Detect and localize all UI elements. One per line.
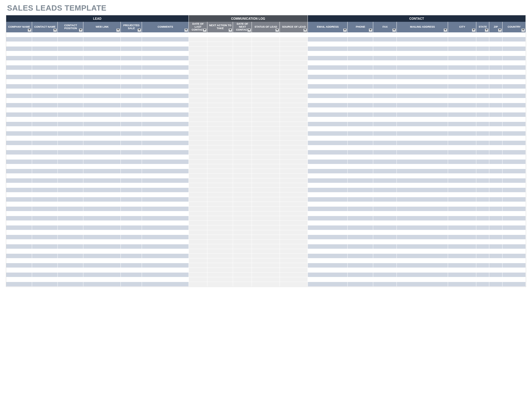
table-row[interactable] [6, 249, 526, 254]
cell-status[interactable] [252, 145, 280, 150]
cell-date_next[interactable] [233, 178, 252, 183]
cell-fax[interactable] [373, 42, 396, 47]
cell-contact_position[interactable] [58, 150, 83, 155]
cell-company_name[interactable] [6, 183, 32, 188]
cell-next_action[interactable] [207, 145, 233, 150]
cell-source[interactable] [280, 150, 308, 155]
cell-source[interactable] [280, 268, 308, 273]
cell-city[interactable] [448, 94, 476, 98]
cell-contact_name[interactable] [32, 94, 57, 98]
cell-source[interactable] [280, 160, 308, 164]
cell-state[interactable] [476, 263, 489, 268]
cell-web_link[interactable] [83, 42, 121, 47]
table-row[interactable] [6, 79, 526, 84]
cell-web_link[interactable] [83, 160, 121, 164]
cell-projected_sale[interactable] [121, 164, 142, 169]
cell-fax[interactable] [373, 225, 396, 230]
cell-web_link[interactable] [83, 211, 121, 216]
cell-mailing[interactable] [396, 155, 448, 160]
cell-fax[interactable] [373, 108, 396, 112]
cell-date_last[interactable] [189, 183, 207, 188]
cell-city[interactable] [448, 84, 476, 89]
table-row[interactable] [6, 178, 526, 183]
cell-contact_name[interactable] [32, 108, 57, 112]
cell-projected_sale[interactable] [121, 136, 142, 141]
cell-phone[interactable] [348, 211, 373, 216]
cell-projected_sale[interactable] [121, 235, 142, 240]
cell-state[interactable] [476, 230, 489, 235]
cell-email[interactable] [308, 112, 348, 117]
cell-comments[interactable] [142, 61, 189, 65]
cell-company_name[interactable] [6, 225, 32, 230]
cell-fax[interactable] [373, 32, 396, 37]
cell-country[interactable] [502, 197, 526, 202]
cell-projected_sale[interactable] [121, 178, 142, 183]
cell-state[interactable] [476, 225, 489, 230]
table-row[interactable] [6, 202, 526, 207]
filter-dropdown-icon[interactable] [392, 29, 396, 32]
cell-date_last[interactable] [189, 145, 207, 150]
cell-status[interactable] [252, 103, 280, 108]
cell-date_next[interactable] [233, 174, 252, 178]
filter-dropdown-icon[interactable] [247, 29, 251, 32]
cell-web_link[interactable] [83, 131, 121, 136]
cell-state[interactable] [476, 249, 489, 254]
cell-contact_position[interactable] [58, 235, 83, 240]
cell-country[interactable] [502, 127, 526, 131]
cell-contact_position[interactable] [58, 225, 83, 230]
cell-country[interactable] [502, 225, 526, 230]
cell-city[interactable] [448, 249, 476, 254]
cell-date_next[interactable] [233, 192, 252, 197]
cell-mailing[interactable] [396, 263, 448, 268]
cell-web_link[interactable] [83, 145, 121, 150]
cell-date_next[interactable] [233, 108, 252, 112]
cell-projected_sale[interactable] [121, 65, 142, 70]
cell-date_next[interactable] [233, 141, 252, 145]
cell-date_next[interactable] [233, 131, 252, 136]
cell-company_name[interactable] [6, 174, 32, 178]
cell-next_action[interactable] [207, 79, 233, 84]
cell-zip[interactable] [489, 37, 502, 42]
cell-next_action[interactable] [207, 164, 233, 169]
cell-contact_position[interactable] [58, 51, 83, 56]
cell-date_last[interactable] [189, 249, 207, 254]
cell-web_link[interactable] [83, 108, 121, 112]
cell-date_next[interactable] [233, 160, 252, 164]
cell-source[interactable] [280, 174, 308, 178]
cell-status[interactable] [252, 249, 280, 254]
cell-city[interactable] [448, 65, 476, 70]
table-row[interactable] [6, 103, 526, 108]
cell-contact_position[interactable] [58, 240, 83, 244]
cell-projected_sale[interactable] [121, 42, 142, 47]
cell-contact_position[interactable] [58, 277, 83, 282]
cell-next_action[interactable] [207, 47, 233, 51]
table-row[interactable] [6, 155, 526, 160]
table-row[interactable] [6, 70, 526, 75]
cell-email[interactable] [308, 202, 348, 207]
cell-next_action[interactable] [207, 169, 233, 174]
cell-web_link[interactable] [83, 164, 121, 169]
cell-contact_position[interactable] [58, 61, 83, 65]
cell-contact_name[interactable] [32, 112, 57, 117]
table-row[interactable] [6, 263, 526, 268]
cell-mailing[interactable] [396, 112, 448, 117]
cell-source[interactable] [280, 155, 308, 160]
cell-zip[interactable] [489, 207, 502, 211]
column-header-mailing[interactable]: MAILING ADDRESS [396, 22, 448, 32]
cell-company_name[interactable] [6, 164, 32, 169]
cell-contact_name[interactable] [32, 145, 57, 150]
cell-city[interactable] [448, 155, 476, 160]
cell-next_action[interactable] [207, 192, 233, 197]
table-row[interactable] [6, 89, 526, 94]
cell-date_next[interactable] [233, 188, 252, 192]
cell-source[interactable] [280, 117, 308, 122]
table-row[interactable] [6, 268, 526, 273]
cell-projected_sale[interactable] [121, 183, 142, 188]
cell-source[interactable] [280, 244, 308, 249]
cell-company_name[interactable] [6, 178, 32, 183]
cell-status[interactable] [252, 89, 280, 94]
cell-date_last[interactable] [189, 282, 207, 287]
cell-source[interactable] [280, 263, 308, 268]
cell-date_last[interactable] [189, 98, 207, 103]
cell-contact_position[interactable] [58, 155, 83, 160]
